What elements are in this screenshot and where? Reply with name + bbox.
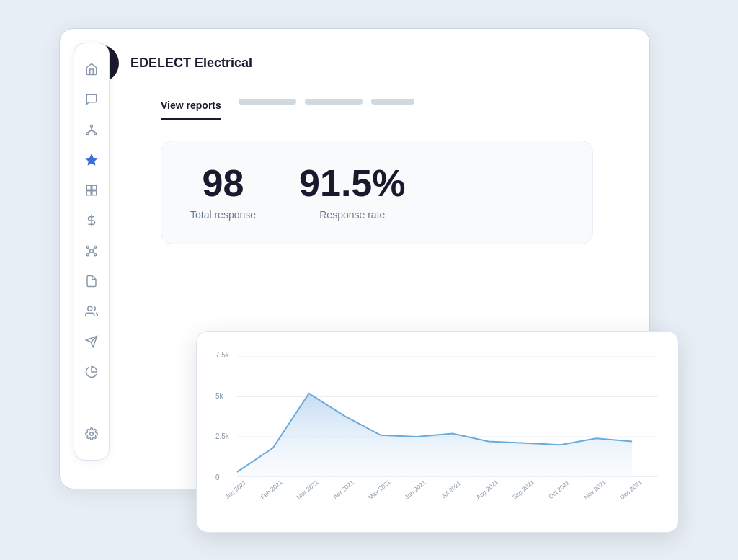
svg-line-8 (88, 130, 92, 132)
company-name: EDELECT Electrical (130, 55, 252, 71)
svg-rect-12 (92, 185, 97, 190)
chat-icon[interactable] (79, 86, 105, 112)
svg-marker-10 (86, 154, 97, 164)
tab-placeholder-2 (305, 99, 363, 105)
x-label-may: May 2021 (367, 478, 392, 501)
files-icon[interactable] (79, 268, 105, 294)
svg-point-17 (94, 246, 97, 248)
svg-rect-13 (86, 190, 91, 195)
svg-point-5 (86, 132, 89, 134)
svg-line-24 (89, 252, 91, 253)
response-rate-label: Response rate (319, 209, 385, 221)
svg-point-28 (90, 432, 94, 435)
x-label-apr: Apr 2021 (332, 479, 355, 500)
total-response-label: Total response (190, 209, 256, 221)
app-container: EDELECT Electrical View reports 98 Total… (59, 28, 679, 533)
y-label-2500: 2.5k (215, 432, 230, 440)
grid-icon[interactable] (79, 177, 105, 203)
settings-icon[interactable] (79, 421, 105, 447)
home-icon[interactable] (79, 56, 105, 82)
x-label-mar: Mar 2021 (295, 478, 320, 500)
tab-placeholder-3 (371, 99, 414, 105)
y-label-7500: 7.5k (215, 351, 230, 359)
svg-rect-11 (86, 185, 91, 190)
stats-card: 98 Total response 91.5% Response rate (161, 141, 593, 244)
send-icon[interactable] (79, 329, 105, 355)
svg-point-18 (86, 246, 89, 248)
y-label-5000: 5k (215, 391, 224, 399)
response-rate-stat: 91.5% Response rate (299, 164, 405, 221)
content-area: 98 Total response 91.5% Response rate (60, 120, 649, 273)
svg-point-19 (94, 253, 97, 255)
star-icon[interactable] (79, 147, 105, 173)
x-label-jan: Jan 2021 (223, 479, 247, 501)
x-label-feb: Feb 2021 (259, 478, 284, 500)
chart-card: 7.5k 5k 2.5k 0 Jan 20 (196, 331, 679, 533)
total-response-stat: 98 Total response (190, 164, 256, 221)
x-label-dec: Dec 2021 (618, 478, 643, 500)
x-label-aug: Aug 2021 (475, 478, 499, 500)
x-label-nov: Nov 2021 (582, 478, 607, 500)
tab-nav: View reports (60, 82, 649, 120)
connections-icon[interactable] (79, 238, 105, 264)
svg-point-6 (94, 132, 97, 134)
sidebar (74, 43, 110, 461)
x-label-sep: Sep 2021 (511, 478, 535, 500)
svg-line-21 (93, 248, 95, 249)
response-rate-value: 91.5% (299, 164, 405, 202)
total-response-value: 98 (203, 164, 244, 202)
x-label-jul: Jul 2021 (440, 479, 463, 499)
svg-line-9 (92, 130, 95, 132)
pie-chart-icon[interactable] (79, 359, 105, 385)
dollar-icon[interactable] (79, 208, 105, 234)
svg-line-22 (89, 248, 91, 249)
svg-point-4 (91, 125, 93, 127)
chart-svg: 7.5k 5k 2.5k 0 Jan 20 (214, 346, 661, 520)
svg-point-25 (88, 306, 92, 311)
tab-placeholder-1 (239, 99, 296, 105)
header: EDELECT Electrical (60, 29, 649, 82)
x-label-jun: Jun 2021 (404, 479, 427, 501)
svg-rect-14 (92, 190, 97, 195)
y-label-0: 0 (215, 473, 220, 481)
tab-placeholders (239, 99, 414, 113)
svg-point-20 (86, 253, 89, 255)
users-icon[interactable] (79, 298, 105, 324)
network-icon[interactable] (79, 117, 105, 143)
svg-line-23 (93, 252, 95, 253)
x-label-oct: Oct 2021 (547, 479, 571, 500)
tab-view-reports[interactable]: View reports (161, 94, 221, 120)
